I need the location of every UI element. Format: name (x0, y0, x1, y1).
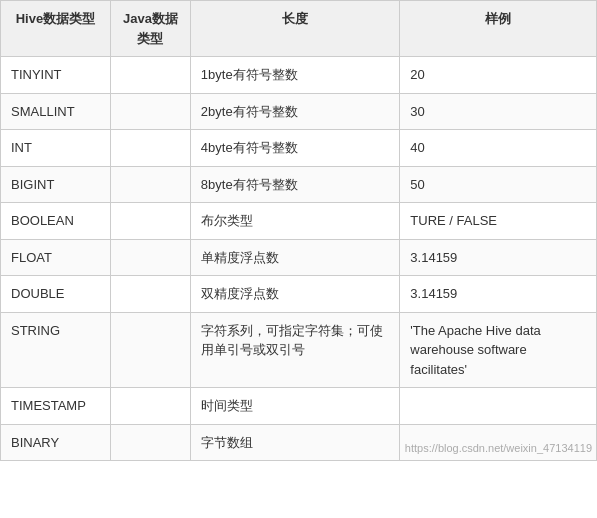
table-row: BINARY字节数组https://blog.csdn.net/weixin_4… (1, 424, 597, 461)
table-row: SMALLINT2byte有符号整数30 (1, 93, 597, 130)
cell-java (110, 130, 190, 167)
cell-sample: 50 (400, 166, 597, 203)
cell-length: 时间类型 (190, 388, 399, 425)
header-hive: Hive数据类型 (1, 1, 111, 57)
cell-hive: INT (1, 130, 111, 167)
cell-java (110, 57, 190, 94)
cell-sample: TURE / FALSE (400, 203, 597, 240)
cell-sample (400, 388, 597, 425)
cell-sample: 'The Apache Hive data warehouse software… (400, 312, 597, 388)
cell-hive: FLOAT (1, 239, 111, 276)
table-row: STRING字符系列，可指定字符集；可使用单引号或双引号'The Apache … (1, 312, 597, 388)
cell-java (110, 166, 190, 203)
table-row: TINYINT1byte有符号整数20 (1, 57, 597, 94)
table-row: DOUBLE双精度浮点数3.14159 (1, 276, 597, 313)
header-java: Java数据类型 (110, 1, 190, 57)
cell-length: 字节数组 (190, 424, 399, 461)
cell-hive: TINYINT (1, 57, 111, 94)
table-row: TIMESTAMP时间类型 (1, 388, 597, 425)
cell-hive: SMALLINT (1, 93, 111, 130)
header-sample: 样例 (400, 1, 597, 57)
cell-java (110, 93, 190, 130)
table-row: BOOLEAN布尔类型TURE / FALSE (1, 203, 597, 240)
cell-length: 8byte有符号整数 (190, 166, 399, 203)
cell-hive: STRING (1, 312, 111, 388)
cell-length: 单精度浮点数 (190, 239, 399, 276)
cell-java (110, 312, 190, 388)
cell-hive: DOUBLE (1, 276, 111, 313)
cell-length: 4byte有符号整数 (190, 130, 399, 167)
watermark-text: https://blog.csdn.net/weixin_47134119 (405, 440, 592, 457)
cell-sample: 3.14159 (400, 239, 597, 276)
cell-sample: 3.14159 (400, 276, 597, 313)
table-row: BIGINT8byte有符号整数50 (1, 166, 597, 203)
cell-length: 1byte有符号整数 (190, 57, 399, 94)
header-length: 长度 (190, 1, 399, 57)
cell-length: 字符系列，可指定字符集；可使用单引号或双引号 (190, 312, 399, 388)
cell-length: 2byte有符号整数 (190, 93, 399, 130)
cell-length: 双精度浮点数 (190, 276, 399, 313)
table-row: INT4byte有符号整数40 (1, 130, 597, 167)
cell-length: 布尔类型 (190, 203, 399, 240)
cell-java (110, 388, 190, 425)
cell-java (110, 203, 190, 240)
cell-hive: BIGINT (1, 166, 111, 203)
cell-hive: BOOLEAN (1, 203, 111, 240)
table-row: FLOAT单精度浮点数3.14159 (1, 239, 597, 276)
cell-hive: BINARY (1, 424, 111, 461)
cell-java (110, 276, 190, 313)
cell-sample: 40 (400, 130, 597, 167)
cell-hive: TIMESTAMP (1, 388, 111, 425)
cell-java (110, 239, 190, 276)
cell-sample: https://blog.csdn.net/weixin_47134119 (400, 424, 597, 461)
cell-sample: 20 (400, 57, 597, 94)
hive-data-types-table: Hive数据类型 Java数据类型 长度 样例 TINYINT1byte有符号整… (0, 0, 597, 461)
cell-java (110, 424, 190, 461)
cell-sample: 30 (400, 93, 597, 130)
